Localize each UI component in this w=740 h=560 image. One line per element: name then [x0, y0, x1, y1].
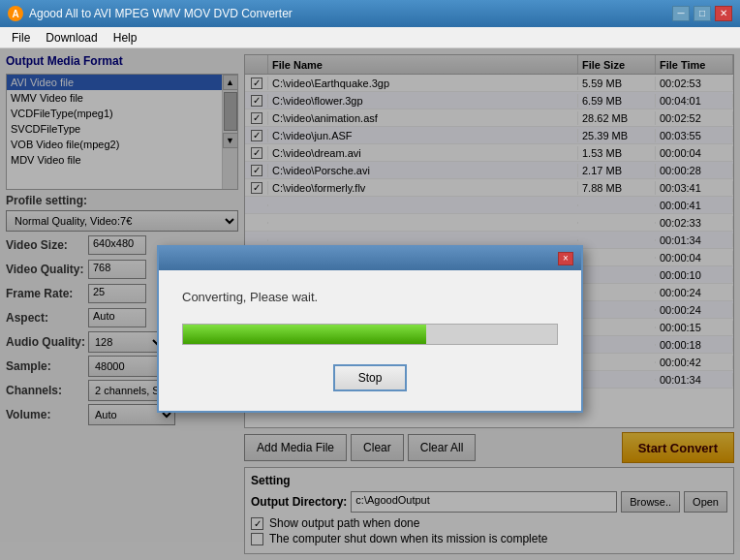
modal-buttons: Stop	[182, 364, 558, 391]
modal-title-bar: ×	[159, 247, 581, 270]
stop-button[interactable]: Stop	[333, 364, 408, 391]
close-button[interactable]: ✕	[715, 6, 732, 21]
window-title: Agood All to AVI MPEG WMV MOV DVD Conver…	[29, 7, 672, 20]
window-controls: ─ □ ✕	[672, 6, 732, 21]
app-icon: A	[8, 6, 23, 21]
menu-bar: File Download Help	[0, 27, 740, 48]
modal-body: Converting, Please wait. Stop	[159, 270, 581, 411]
converting-modal: × Converting, Please wait. Stop	[157, 245, 583, 413]
progress-bar-container	[182, 324, 558, 345]
modal-close-button[interactable]: ×	[558, 252, 573, 265]
modal-message: Converting, Please wait.	[182, 290, 558, 304]
menu-file[interactable]: File	[4, 29, 38, 47]
modal-overlay: × Converting, Please wait. Stop	[0, 48, 740, 560]
maximize-button[interactable]: □	[694, 6, 711, 21]
minimize-button[interactable]: ─	[672, 6, 690, 21]
progress-bar-fill	[183, 325, 426, 344]
menu-download[interactable]: Download	[38, 29, 105, 47]
menu-help[interactable]: Help	[106, 29, 145, 47]
title-bar: A Agood All to AVI MPEG WMV MOV DVD Conv…	[0, 0, 740, 27]
